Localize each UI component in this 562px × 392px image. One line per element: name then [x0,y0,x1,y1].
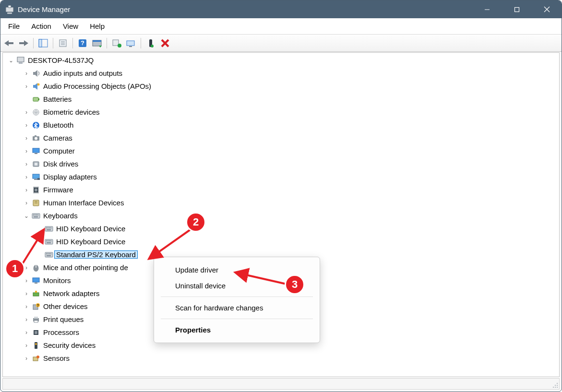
svg-line-109 [149,230,190,259]
annotation-badge-3: 3 [285,274,305,295]
device-manager-window: Device Manager File Action View Help ? [0,0,562,392]
svg-line-110 [236,273,288,285]
annotation-badge-1: 1 [5,259,25,279]
annotation-badge-2: 2 [186,212,206,232]
annotation-arrows [0,0,562,392]
